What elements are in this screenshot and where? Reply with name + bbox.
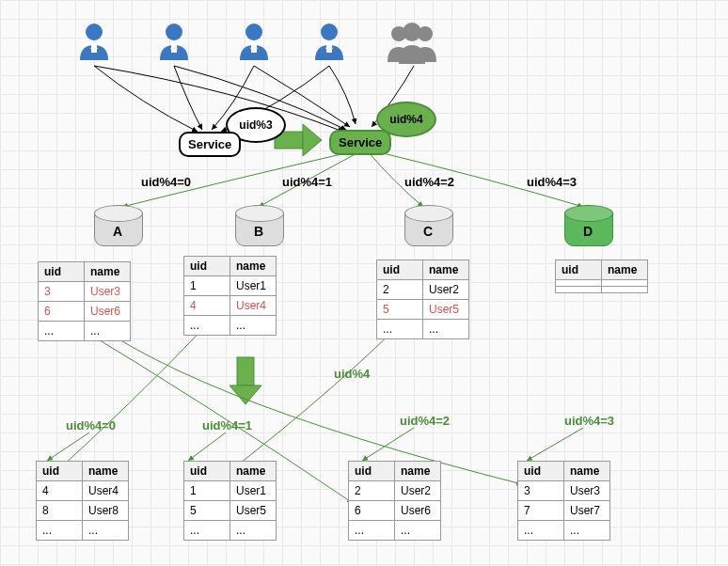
user-icon — [235, 21, 273, 64]
col-name: name — [83, 462, 129, 481]
db-cylinder-a: A — [94, 205, 141, 246]
col-name: name — [602, 260, 648, 280]
service-box-right: Service — [329, 130, 391, 155]
table-b-bottom: uidname1User15User5...... — [183, 461, 277, 541]
table-row: ...... — [184, 521, 277, 541]
table-row: 2User2 — [349, 481, 441, 501]
shard-label-2: uid%4=2 — [404, 175, 454, 189]
user-icon — [75, 21, 113, 64]
table-row: ...... — [39, 322, 131, 341]
table-row: 4User4 — [37, 481, 129, 501]
col-name: name — [230, 462, 277, 481]
col-uid: uid — [556, 260, 602, 280]
bubble-text: uid%3 — [239, 118, 272, 132]
table-row: ...... — [518, 521, 610, 541]
col-uid: uid — [37, 462, 83, 481]
col-uid: uid — [184, 462, 230, 481]
reshard-label-3: uid%4=3 — [564, 414, 614, 428]
table-row: 1User1 — [184, 276, 277, 296]
user-group-icon — [384, 21, 440, 66]
user-icon — [310, 21, 348, 64]
table-row: 6User6 — [39, 302, 131, 322]
svg-point-7 — [166, 24, 182, 40]
table-d-top: uidname — [555, 259, 648, 293]
shard-label-1: uid%4=1 — [282, 175, 332, 189]
reshard-label-0: uid%4=0 — [66, 418, 116, 432]
table-row: ...... — [349, 521, 441, 541]
table-row: 2User2 — [377, 280, 469, 300]
svg-point-10 — [245, 24, 262, 40]
table-row — [556, 287, 648, 293]
col-uid: uid — [518, 462, 564, 481]
svg-marker-1 — [303, 124, 322, 156]
table-row: 5User5 — [184, 501, 277, 521]
col-name: name — [423, 260, 469, 280]
middle-arrow-label: uid%4 — [334, 367, 370, 381]
db-cylinder-b: B — [235, 205, 282, 246]
service-box-left: Service — [179, 132, 241, 157]
svg-point-4 — [86, 24, 103, 40]
table-row: 3User3 — [39, 282, 131, 302]
table-row: 4User4 — [184, 296, 277, 316]
col-uid: uid — [349, 462, 395, 481]
table-a-top: uidname3User36User6...... — [38, 261, 131, 341]
col-uid: uid — [184, 257, 230, 276]
table-row — [556, 280, 648, 287]
col-name: name — [564, 462, 610, 481]
table-row: 6User6 — [349, 501, 441, 521]
col-name: name — [230, 257, 277, 276]
col-name: name — [395, 462, 441, 481]
table-c-top: uidname2User25User5...... — [376, 259, 469, 339]
user-icon — [155, 21, 193, 64]
db-cylinder-d: D — [564, 205, 611, 246]
table-row: 5User5 — [377, 300, 469, 320]
table-a-bottom: uidname4User48User8...... — [36, 461, 129, 541]
svg-rect-2 — [237, 357, 254, 385]
table-row: ...... — [37, 521, 129, 541]
col-name: name — [85, 262, 131, 282]
table-d-bottom: uidname3User37User7...... — [517, 461, 610, 541]
db-cylinder-c: C — [404, 205, 451, 246]
shard-label-3: uid%4=3 — [527, 175, 577, 189]
table-row: 8User8 — [37, 501, 129, 521]
svg-point-18 — [403, 23, 421, 41]
table-row: 1User1 — [184, 481, 277, 501]
bubble-text: uid%4 — [389, 113, 422, 126]
shard-label-0: uid%4=0 — [141, 175, 191, 189]
table-c-bottom: uidname2User26User6...... — [348, 461, 441, 541]
svg-point-13 — [321, 24, 338, 40]
col-uid: uid — [39, 262, 85, 282]
table-row: 3User3 — [518, 481, 610, 501]
svg-marker-3 — [229, 385, 261, 404]
table-row: 7User7 — [518, 501, 610, 521]
table-row: ...... — [184, 316, 277, 336]
col-uid: uid — [377, 260, 423, 280]
reshard-label-1: uid%4=1 — [202, 418, 252, 432]
table-row: ...... — [377, 320, 469, 339]
table-b-top: uidname1User14User4...... — [183, 256, 277, 336]
reshard-label-2: uid%4=2 — [400, 414, 450, 428]
